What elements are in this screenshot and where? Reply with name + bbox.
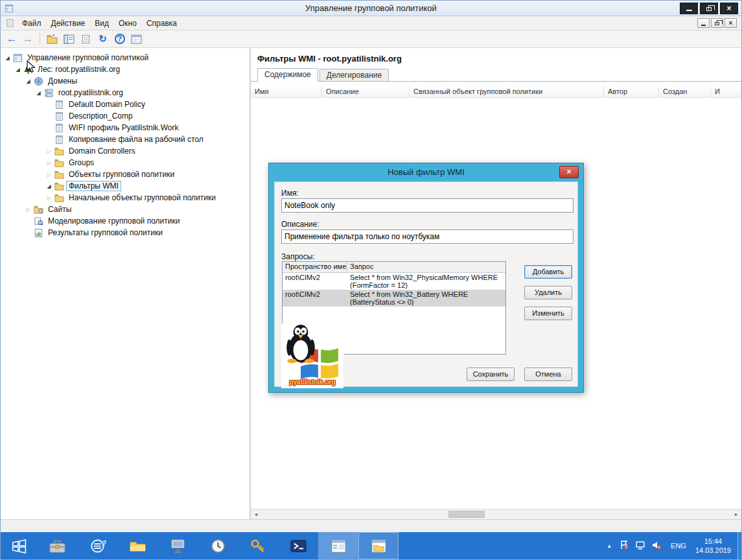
tree-item-forest[interactable]: ◢ Лес: root.pyatilistnik.org <box>1 64 249 75</box>
chevron-collapsed-icon[interactable]: ▷ <box>24 207 32 213</box>
chevron-collapsed-icon[interactable]: ▷ <box>45 160 53 166</box>
forward-button[interactable]: → <box>21 34 35 44</box>
restore-button[interactable] <box>700 3 718 14</box>
tree-item-wifi-profile[interactable]: WIFI профиль Pyatilistnik.Work <box>1 122 249 134</box>
taskbar-item-credentials-tool[interactable] <box>238 532 278 559</box>
tree-item-label: Управление групповой политикой <box>25 52 151 63</box>
tree-item-sites[interactable]: ▷ Сайты <box>1 204 249 215</box>
query-row[interactable]: root\CIMv2 Select * from Win32_PhysicalM… <box>283 273 505 290</box>
chevron-collapsed-icon[interactable]: ▷ <box>45 195 53 201</box>
taskbar-item-file-explorer[interactable] <box>117 532 157 559</box>
close-button[interactable]: × <box>720 3 738 14</box>
column-header-created[interactable]: Создан <box>659 86 711 97</box>
taskbar-item-computer-management[interactable] <box>157 532 198 559</box>
console-icon <box>13 53 23 63</box>
menu-file[interactable]: Файл <box>17 18 46 29</box>
column-header-author[interactable]: Автор <box>604 86 659 97</box>
volume-icon[interactable] <box>651 540 662 552</box>
hidden-icons-button[interactable]: ▲ <box>605 543 613 549</box>
taskbar-item-powershell[interactable] <box>278 532 318 559</box>
add-button[interactable]: Добавить <box>524 265 572 279</box>
tree-item-copy-file[interactable]: Копирование файла на рабочий стол <box>1 134 249 145</box>
description-input[interactable] <box>281 229 574 244</box>
scroll-left-icon[interactable]: ◄ <box>251 512 261 517</box>
refresh-button[interactable]: ↻ <box>95 32 110 46</box>
tree-item-gpm-root[interactable]: ◢ Управление групповой политикой <box>1 52 249 64</box>
taskbar-item-gpmc[interactable] <box>318 532 358 559</box>
tree-item-gpo-objects[interactable]: ▷ Объекты групповой политики <box>1 169 249 180</box>
chevron-expanded-icon[interactable]: ◢ <box>14 67 22 73</box>
tree-item-domains[interactable]: ◢ Домены <box>1 75 249 87</box>
column-header-name[interactable]: Имя <box>251 86 322 97</box>
chevron-expanded-icon[interactable]: ◢ <box>45 183 53 189</box>
tree-item-label: Лес: root.pyatilistnik.org <box>35 64 122 75</box>
tree-item-label: Groups <box>66 158 97 168</box>
remove-button[interactable]: Удалить <box>524 286 572 299</box>
new-wmi-filter-dialog: Новый фильтр WMI × Имя: Описание: Запрос… <box>268 163 584 393</box>
menu-action[interactable]: Действие <box>47 18 90 29</box>
taskbar-item-open-window[interactable] <box>358 532 399 559</box>
menu-bar: Файл Действие Вид Окно Справка × <box>1 16 741 30</box>
scrollbar-thumb[interactable] <box>448 511 485 518</box>
chevron-collapsed-icon[interactable]: ▷ <box>45 148 53 154</box>
properties-button[interactable] <box>78 32 93 46</box>
namespace-column-header[interactable]: Пространство име <box>283 262 347 272</box>
minimize-icon <box>701 25 706 26</box>
column-header-linked-gpo[interactable]: Связанный объект групповой политики <box>410 86 604 97</box>
back-button[interactable]: ← <box>5 34 19 44</box>
tree-item-groups[interactable]: ▷ Groups <box>1 157 249 169</box>
chevron-expanded-icon[interactable]: ◢ <box>3 55 12 61</box>
console-tree-toggle-button[interactable] <box>62 32 76 46</box>
icon-view-button[interactable] <box>129 32 144 46</box>
tree-item-domain-controllers[interactable]: ▷ Domain Controllers <box>1 145 249 157</box>
dialog-close-button[interactable]: × <box>559 166 579 178</box>
tree-item-wmi-filters[interactable]: ◢ Фильтры WMI <box>1 180 249 192</box>
tree-item-gp-results[interactable]: Результаты групповой политики <box>1 227 249 239</box>
horizontal-scrollbar[interactable]: ◄ ► <box>251 509 741 519</box>
cancel-button[interactable]: Отмена <box>524 368 572 381</box>
tab-contents[interactable]: Содержимое <box>257 68 318 82</box>
action-center-icon[interactable] <box>619 540 629 552</box>
scroll-right-icon[interactable]: ► <box>731 512 741 517</box>
menu-help[interactable]: Справка <box>142 18 181 29</box>
tree-item-gp-modeling[interactable]: Моделирование групповой политики <box>1 215 249 227</box>
mouse-cursor <box>27 60 36 75</box>
column-header-modified[interactable]: И <box>711 86 741 97</box>
document-icon <box>47 34 58 45</box>
edit-button[interactable]: Изменить <box>524 307 572 320</box>
taskbar-item-server-manager[interactable] <box>37 532 77 559</box>
taskbar-item-task-scheduler[interactable] <box>198 532 238 559</box>
chevron-expanded-icon[interactable]: ◢ <box>24 78 32 84</box>
tab-delegation[interactable]: Делегирование <box>319 69 389 81</box>
export-list-button[interactable] <box>45 32 60 46</box>
column-header-description[interactable]: Описание <box>322 86 410 97</box>
query-column-header[interactable]: Запрос <box>347 262 505 272</box>
child-restore-button[interactable] <box>711 18 723 28</box>
tree-item-description-comp[interactable]: Description_Comp <box>1 110 249 122</box>
minimize-button[interactable] <box>680 3 698 14</box>
clock-time: 15:44 <box>695 537 731 546</box>
help-button[interactable]: ? <box>112 32 127 46</box>
menu-window[interactable]: Окно <box>114 18 141 29</box>
query-row[interactable]: root\CIMv2 Select * from Win32_Battery W… <box>283 290 505 307</box>
tree-item-starter-gpos[interactable]: ▷ Начальные объекты групповой политики <box>1 192 249 204</box>
name-input[interactable] <box>281 198 574 213</box>
tree-item-default-domain-policy[interactable]: Default Domain Policy <box>1 99 249 110</box>
tree-item-label: Description_Comp <box>66 111 135 121</box>
clock[interactable]: 15:44 14.03.2019 <box>695 537 731 555</box>
chevron-collapsed-icon[interactable]: ▷ <box>45 172 53 178</box>
save-button[interactable]: Сохранить <box>467 368 515 381</box>
window-titlebar: Управление групповой политикой × <box>1 1 741 16</box>
child-close-button[interactable]: × <box>725 18 737 28</box>
start-button[interactable] <box>1 532 37 559</box>
dialog-title: Новый фильтр WMI <box>269 163 583 181</box>
show-desktop-button[interactable] <box>737 532 741 559</box>
network-icon[interactable] <box>635 540 645 552</box>
child-minimize-button[interactable] <box>697 18 710 28</box>
chevron-expanded-icon[interactable]: ◢ <box>34 90 43 96</box>
taskbar-item-internet-explorer[interactable] <box>77 532 117 559</box>
gpo-icon <box>54 111 65 121</box>
tree-item-domain-root[interactable]: ◢ root.pyatilistnik.org <box>1 87 249 99</box>
language-indicator[interactable]: ENG <box>667 540 690 552</box>
menu-view[interactable]: Вид <box>90 18 113 29</box>
